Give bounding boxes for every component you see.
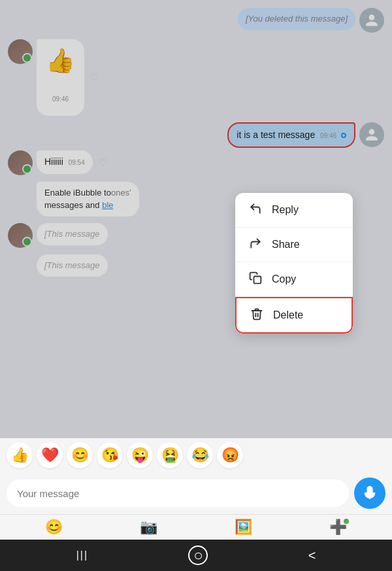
nav-back-btn[interactable]: < <box>308 548 316 563</box>
emoji-sick[interactable]: 🤮 <box>157 442 183 468</box>
emoji-wink[interactable]: 😜 <box>127 442 153 468</box>
emoji-bar: 👍 ❤️ 😊 😘 😜 🤮 😂 😡 <box>0 438 392 472</box>
reply-label: Reply <box>272 204 299 216</box>
reply-icon <box>248 202 263 218</box>
emoji-kiss[interactable]: 😘 <box>97 442 123 468</box>
mic-button[interactable] <box>354 477 385 509</box>
emoji-laugh[interactable]: 😂 <box>187 442 213 468</box>
emoji-thumbsup[interactable]: 👍 <box>7 442 33 468</box>
input-area <box>0 472 392 514</box>
context-menu: Reply Share Copy <box>235 193 353 334</box>
emoji-toolbar-icon[interactable]: 😊 <box>45 519 63 536</box>
emoji-heart[interactable]: ❤️ <box>37 442 63 468</box>
delete-icon <box>250 307 264 323</box>
delete-label: Delete <box>273 309 303 321</box>
copy-icon <box>248 271 263 287</box>
nav-menu-btn[interactable]: ||| <box>76 549 88 561</box>
share-icon <box>248 237 263 252</box>
image-toolbar-icon[interactable]: 🖼️ <box>235 519 252 536</box>
nav-bar: ||| ○ < <box>0 540 392 571</box>
share-label: Share <box>272 239 300 251</box>
emoji-angry[interactable]: 😡 <box>217 442 243 468</box>
svg-rect-0 <box>254 277 261 284</box>
copy-menu-item[interactable]: Copy <box>235 262 353 297</box>
message-input[interactable] <box>7 479 349 507</box>
reply-menu-item[interactable]: Reply <box>235 193 353 228</box>
chat-area: [You deleted this message] 👍 09:46 ♡ it … <box>0 0 392 438</box>
delete-menu-item[interactable]: Delete <box>235 297 353 334</box>
bottom-toolbar: 😊 📷 🖼️ ➕ <box>0 514 392 540</box>
share-menu-item[interactable]: Share <box>235 228 353 262</box>
emoji-smile[interactable]: 😊 <box>67 442 93 468</box>
camera-toolbar-icon[interactable]: 📷 <box>140 519 157 536</box>
copy-label: Copy <box>272 273 296 285</box>
add-toolbar-icon[interactable]: ➕ <box>329 519 347 536</box>
nav-home-btn[interactable]: ○ <box>188 545 208 565</box>
notification-dot <box>344 519 349 524</box>
